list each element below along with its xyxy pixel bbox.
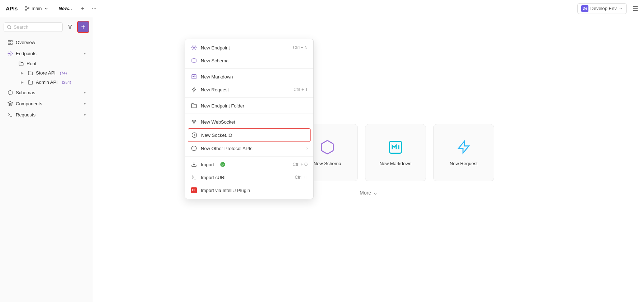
- import-icon: [191, 161, 197, 168]
- app-title: APIs: [6, 5, 18, 11]
- schemas-label: Schemas: [16, 90, 35, 95]
- menu-label-new-endpoint: New Endpoint: [201, 45, 230, 51]
- card-schema-icon: [319, 139, 336, 156]
- search-placeholder: Search: [14, 24, 28, 30]
- svg-line-4: [10, 28, 11, 29]
- overview-label: Overview: [16, 40, 35, 45]
- sidebar-item-schemas[interactable]: Schemas ▾: [2, 87, 91, 98]
- new-markdown-icon: [191, 73, 197, 80]
- svg-rect-8: [8, 43, 9, 44]
- new-schema-icon: [191, 57, 197, 64]
- svg-rect-9: [10, 43, 12, 44]
- sidebar-item-root[interactable]: Root: [2, 59, 91, 68]
- menu-item-new-schema[interactable]: New Schema: [185, 54, 313, 67]
- add-new-button[interactable]: +: [77, 21, 89, 33]
- top-bar: APIs main New... + ··· De Develop Env ☰: [0, 0, 644, 17]
- menu-label-new-socketio: New Socket.IO: [201, 133, 232, 138]
- svg-marker-11: [8, 101, 13, 104]
- admin-api-expand: ▶: [21, 80, 24, 84]
- tab-add-button[interactable]: +: [78, 4, 88, 14]
- svg-point-21: [220, 162, 225, 167]
- menu-item-import-intellij[interactable]: IJ Import via IntelliJ Plugin: [185, 184, 313, 197]
- admin-api-folder-icon: [28, 80, 33, 85]
- import-intellij-icon: IJ: [191, 187, 197, 193]
- branch-label: main: [32, 6, 42, 11]
- sidebar-item-store-api[interactable]: ▶ Store API (74): [2, 68, 91, 77]
- menu-label-new-markdown: New Markdown: [201, 74, 233, 80]
- menu-item-new-socketio[interactable]: New Socket.IO: [188, 128, 311, 142]
- menu-label-import-curl: Import cURL: [201, 175, 227, 180]
- new-other-icon: [191, 145, 197, 152]
- card-markdown-icon: [387, 139, 404, 156]
- more-label: More: [360, 190, 371, 196]
- top-bar-right: De Develop Env ☰: [577, 3, 638, 14]
- menu-item-new-websocket[interactable]: New WebSocket: [185, 115, 313, 128]
- new-websocket-icon: [191, 119, 197, 125]
- menu-item-import-curl[interactable]: Import cURL Ctrl + I: [185, 171, 313, 184]
- admin-api-label: Admin API: [36, 80, 58, 85]
- menu-label-new-schema: New Schema: [201, 58, 228, 63]
- menu-label-import-intellij: Import via IntelliJ Plugin: [201, 188, 250, 193]
- menu-item-new-endpoint-folder[interactable]: New Endpoint Folder: [185, 99, 313, 112]
- main-layout: Search + Overview Endpoints ▾: [0, 17, 644, 302]
- menu-label-new-endpoint-folder: New Endpoint Folder: [201, 103, 244, 109]
- card-request-label: New Request: [450, 161, 478, 166]
- components-icon: [7, 101, 13, 106]
- content-area: New Endpoint Ctrl + N New Schema New Mar…: [93, 17, 644, 302]
- divider-4: [185, 156, 313, 157]
- requests-label: Requests: [16, 112, 35, 118]
- card-markdown-label: New Markdown: [379, 161, 412, 166]
- new-socketio-icon: [191, 132, 198, 138]
- svg-point-15: [194, 124, 194, 124]
- shortcut-import: Ctrl + O: [293, 162, 308, 167]
- tab-more-button[interactable]: ···: [89, 4, 99, 14]
- menu-item-new-other[interactable]: New Other Protocol APIs ›: [185, 142, 313, 155]
- shortcut-new-request: Ctrl + T: [294, 87, 308, 92]
- menu-item-new-endpoint[interactable]: New Endpoint Ctrl + N: [185, 41, 313, 54]
- requests-chevron: ▾: [84, 113, 86, 117]
- new-endpoint-folder-icon: [191, 102, 197, 109]
- overview-icon: [7, 39, 13, 45]
- card-new-request[interactable]: New Request: [433, 124, 494, 181]
- store-api-expand: ▶: [21, 71, 24, 75]
- new-endpoint-icon: [191, 44, 197, 51]
- more-row[interactable]: More ⌄: [360, 190, 378, 196]
- branch-selector[interactable]: main: [25, 6, 48, 11]
- svg-point-10: [9, 53, 11, 54]
- card-request-icon: [455, 139, 472, 156]
- svg-rect-26: [390, 142, 402, 153]
- sidebar-item-endpoints[interactable]: Endpoints ▾: [2, 48, 91, 59]
- menu-label-new-other: New Other Protocol APIs: [201, 146, 252, 151]
- sidebar: Search + Overview Endpoints ▾: [0, 17, 93, 302]
- new-request-icon: [191, 86, 197, 93]
- hamburger-menu[interactable]: ☰: [633, 5, 638, 13]
- sidebar-item-overview[interactable]: Overview: [2, 37, 91, 48]
- svg-marker-5: [68, 25, 72, 29]
- menu-item-import[interactable]: Import Ctrl + O: [185, 158, 313, 171]
- menu-label-import: Import: [201, 162, 214, 167]
- import-curl-icon: [191, 174, 197, 181]
- sidebar-item-requests[interactable]: Requests ▾: [2, 109, 91, 120]
- sidebar-item-components[interactable]: Components ▾: [2, 98, 91, 109]
- import-badge-icon: [220, 162, 226, 167]
- svg-point-3: [8, 25, 11, 28]
- divider-1: [185, 68, 313, 69]
- env-selector[interactable]: De Develop Env: [577, 3, 627, 14]
- endpoints-chevron: ▾: [84, 52, 86, 56]
- divider-3: [185, 114, 313, 114]
- sidebar-item-admin-api[interactable]: ▶ Admin API (254): [2, 78, 91, 87]
- store-api-label: Store API: [36, 70, 56, 76]
- store-api-count: (74): [60, 71, 67, 75]
- more-chevron: ⌄: [373, 190, 378, 196]
- components-chevron: ▾: [84, 102, 86, 106]
- search-input[interactable]: Search: [4, 22, 63, 32]
- menu-item-new-request[interactable]: New Request Ctrl + T: [185, 83, 313, 96]
- card-schema-label: New Schema: [313, 161, 341, 166]
- shortcut-import-curl: Ctrl + I: [295, 175, 308, 180]
- tab-new[interactable]: New...: [55, 4, 76, 13]
- sidebar-nav: Overview Endpoints ▾ Root ▶: [0, 35, 93, 122]
- filter-button[interactable]: [65, 22, 75, 32]
- menu-item-new-markdown[interactable]: New Markdown: [185, 70, 313, 83]
- card-new-markdown[interactable]: New Markdown: [365, 124, 426, 181]
- divider-2: [185, 97, 313, 98]
